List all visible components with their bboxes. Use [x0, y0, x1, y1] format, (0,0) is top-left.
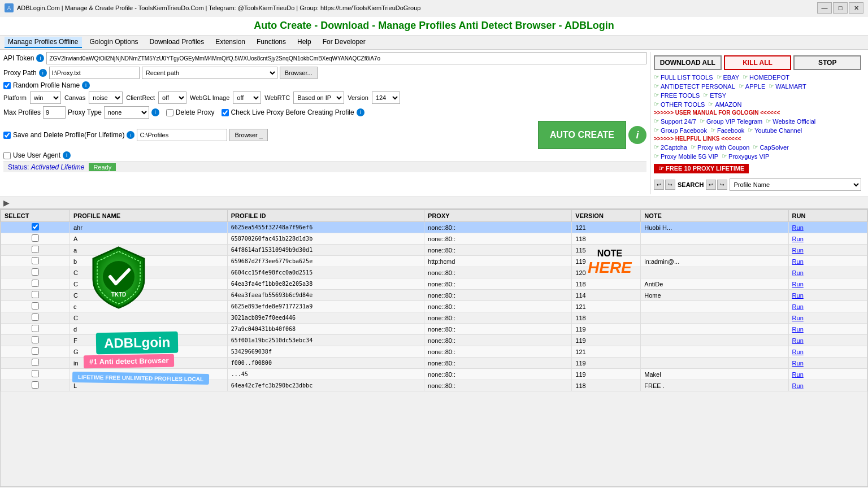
link-capsolver[interactable]: ☞ CapSolver — [753, 143, 788, 151]
proxy-type-select[interactable]: nonehttpsocks5 — [104, 106, 149, 119]
row-checkbox[interactable] — [32, 257, 39, 264]
run-button[interactable]: Run — [792, 348, 804, 355]
free-proxy-button[interactable]: ☞ FREE 10 PROXY LIFETIME — [654, 164, 749, 173]
run-button[interactable]: Run — [792, 371, 804, 378]
menu-download-profiles[interactable]: Download Profiles — [146, 37, 208, 48]
auto-create-button[interactable]: AUTO CREATE — [538, 121, 626, 149]
run-button[interactable]: Run — [792, 326, 804, 333]
link-proxy-mobile[interactable]: ☞ Proxy Mobile 5G VIP — [654, 152, 718, 160]
link-facebook[interactable]: ☞ Facebook — [710, 127, 744, 134]
maximize-button[interactable]: □ — [833, 2, 848, 14]
row-checkbox[interactable] — [32, 302, 39, 310]
auto-create-info[interactable]: i — [628, 126, 646, 144]
row-checkbox[interactable] — [32, 336, 39, 343]
row-checkbox[interactable] — [32, 359, 39, 366]
run-button[interactable]: Run — [792, 292, 804, 299]
user-manual-link[interactable]: >>>>>> USER MANUAL FOR GOLOGIN <<<<<< — [654, 110, 861, 116]
link-support[interactable]: ☞ Support 24/7 — [654, 117, 696, 125]
menu-gologin-options[interactable]: Gologin Options — [86, 37, 142, 48]
delete-proxy-checkbox[interactable] — [166, 109, 173, 116]
row-checkbox[interactable] — [32, 246, 39, 253]
row-checkbox[interactable] — [32, 313, 39, 321]
run-button[interactable]: Run — [792, 247, 804, 254]
link-website[interactable]: ☞ Website Official — [766, 117, 815, 125]
row-checkbox[interactable] — [32, 223, 39, 230]
nav-right-icon[interactable]: ↪ — [665, 180, 675, 190]
api-token-input[interactable] — [46, 52, 646, 64]
link-walmart[interactable]: ☞ WALMART — [769, 82, 806, 90]
row-checkbox[interactable] — [32, 291, 39, 298]
proxy-path-input[interactable] — [49, 67, 140, 79]
proxy-path-info[interactable]: i — [39, 69, 47, 77]
link-homedepot[interactable]: ☞ HOMEDEPOT — [743, 73, 789, 81]
run-button[interactable]: Run — [792, 224, 804, 231]
nav-left-icon[interactable]: ↩ — [654, 180, 664, 190]
menu-extension[interactable]: Extension — [212, 37, 249, 48]
row-checkbox[interactable] — [32, 234, 39, 242]
expand-arrow[interactable]: ▶ — [3, 198, 10, 207]
run-button[interactable]: Run — [792, 382, 804, 389]
link-etsy[interactable]: ☞ AMAZON — [708, 101, 741, 108]
link-amazon[interactable]: ☞ EBAY — [717, 73, 740, 81]
max-profiles-input[interactable] — [43, 106, 66, 119]
menu-help[interactable]: Help — [294, 37, 315, 48]
use-user-agent-checkbox[interactable] — [3, 152, 11, 159]
proxy-browser-button[interactable]: Browser... — [280, 67, 318, 79]
close-button[interactable]: ✕ — [849, 2, 863, 14]
link-proxy-coupon[interactable]: ☞ Proxy with Coupon — [691, 143, 749, 151]
recent-path-select[interactable]: Recent path — [142, 67, 277, 79]
clientrect-select[interactable]: offon — [158, 91, 186, 104]
row-checkbox[interactable] — [32, 347, 39, 355]
link-2captcha[interactable]: ☞ 2Captcha — [654, 143, 687, 151]
run-button[interactable]: Run — [792, 315, 804, 321]
run-button[interactable]: Run — [792, 281, 804, 287]
menu-manage-profiles[interactable]: Manage Profiles Offline — [5, 37, 82, 48]
webrtc-select[interactable]: Based on IPDisabledReal — [293, 91, 344, 104]
run-button[interactable]: Run — [792, 269, 804, 276]
link-free-tools[interactable]: ☞ FREE TOOLS — [654, 91, 700, 99]
save-delete-checkbox[interactable] — [3, 132, 11, 139]
link-group-facebook[interactable]: ☞ Group Facebook — [654, 127, 707, 134]
random-profile-checkbox[interactable] — [3, 82, 11, 89]
search-back-icon[interactable]: ↩ — [706, 180, 716, 190]
menu-functions[interactable]: Functions — [253, 37, 289, 48]
download-all-button[interactable]: DOWNLOAD ALL — [654, 55, 722, 70]
menu-for-developer[interactable]: For Developer — [319, 37, 369, 48]
link-antidetect[interactable]: ☞ ANTIDETECT PERSONAL — [654, 82, 735, 90]
profiles-browser-button[interactable]: Browser _ — [229, 129, 268, 141]
link-proxyguys[interactable]: ☞ Proxyguys VIP — [722, 152, 769, 160]
profiles-path-input[interactable] — [137, 129, 227, 141]
platform-select[interactable]: winmaclinux — [30, 91, 61, 104]
kill-all-button[interactable]: KILL ALL — [724, 55, 792, 70]
run-button[interactable]: Run — [792, 236, 804, 242]
webglimage-select[interactable]: offonnoise — [233, 91, 261, 104]
link-other-tools[interactable]: ☞ OTHER TOOLS — [654, 101, 705, 108]
row-checkbox[interactable] — [32, 370, 39, 377]
run-button[interactable]: Run — [792, 337, 804, 344]
proxy-type-info[interactable]: i — [151, 108, 159, 116]
link-ebay[interactable]: ☞ APPLE — [739, 82, 765, 90]
link-full-list-tools[interactable]: ☞ FULL LIST TOOLS — [654, 73, 713, 81]
link-youtube[interactable]: ☞ Youtube Channel — [748, 127, 802, 134]
run-button[interactable]: Run — [792, 303, 804, 310]
api-token-info[interactable]: i — [36, 54, 44, 62]
minimize-button[interactable]: — — [817, 2, 832, 14]
search-fwd-icon[interactable]: ↪ — [717, 180, 727, 190]
check-live-proxy-checkbox[interactable] — [222, 109, 229, 116]
stop-button[interactable]: STOP — [793, 55, 861, 70]
row-checkbox[interactable] — [32, 268, 39, 276]
run-button[interactable]: Run — [792, 258, 804, 265]
canvas-select[interactable]: noiseoffreal — [89, 91, 123, 104]
link-apple[interactable]: ☞ ETSY — [703, 91, 726, 99]
save-delete-info[interactable]: i — [127, 131, 134, 139]
run-button[interactable]: Run — [792, 360, 804, 367]
helpful-links[interactable]: >>>>>> HELPFUL LINKS <<<<<< — [654, 136, 861, 142]
row-checkbox[interactable] — [32, 381, 39, 389]
link-vip-telegram[interactable]: ☞ Group VIP Telegram — [700, 117, 762, 125]
row-checkbox[interactable] — [32, 325, 39, 332]
profile-name-filter-select[interactable]: Profile Name — [730, 178, 861, 191]
check-live-proxy-info[interactable]: i — [357, 108, 364, 116]
row-checkbox[interactable] — [32, 280, 39, 287]
random-profile-info[interactable]: i — [82, 81, 90, 89]
version-select[interactable]: 124123122 — [372, 91, 400, 104]
